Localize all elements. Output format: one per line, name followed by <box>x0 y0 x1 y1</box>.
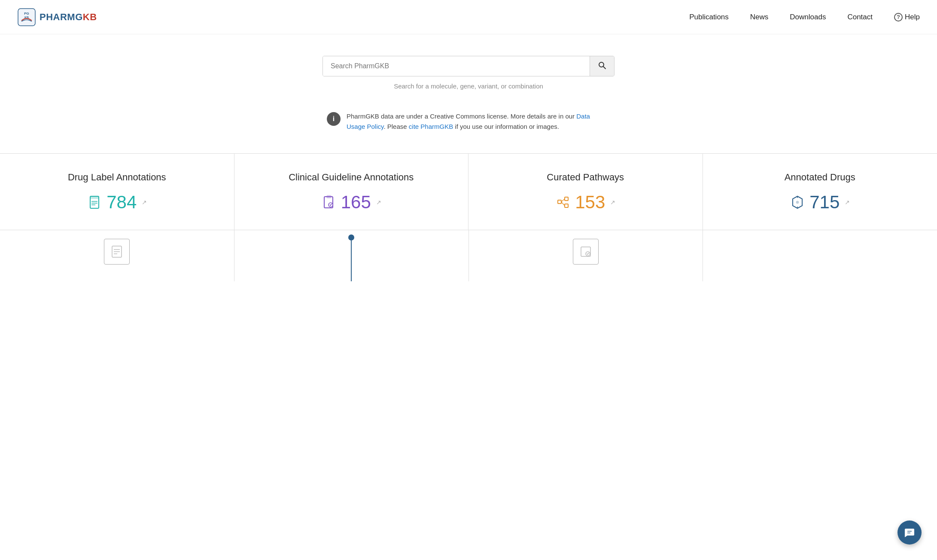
stat-drug-label-arrow: ↗ <box>142 199 147 206</box>
search-icon <box>598 61 606 70</box>
nav-contact[interactable]: Contact <box>847 13 873 21</box>
search-section: Search for a molecule, gene, variant, or… <box>0 34 937 98</box>
drug-label-icon <box>87 195 102 210</box>
info-icon: i <box>327 112 341 126</box>
bottom-preview <box>0 230 937 281</box>
stat-drug-label-title: Drug Label Annotations <box>68 171 166 184</box>
stat-drugs-number: 715 <box>809 192 840 213</box>
info-text: PharmGKB data are under a Creative Commo… <box>347 111 610 132</box>
bottom-preview-item-4 <box>703 230 937 281</box>
stat-drugs-value-row: 715↗ <box>790 192 850 213</box>
nav-downloads[interactable]: Downloads <box>790 13 826 21</box>
stat-guideline[interactable]: Clinical Guideline Annotations 165↗ <box>234 154 469 230</box>
bottom-preview-item-1 <box>0 230 234 281</box>
stat-drug-label-value-row: 784↗ <box>87 192 147 213</box>
main-nav: Publications News Downloads Contact ? He… <box>689 13 920 21</box>
logo-link[interactable]: PG KB PHARMGKB <box>17 8 97 27</box>
svg-rect-15 <box>565 204 568 207</box>
nav-publications[interactable]: Publications <box>689 13 729 21</box>
center-dot <box>348 234 354 240</box>
search-hint: Search for a molecule, gene, variant, or… <box>394 82 543 90</box>
help-circle-icon: ? <box>894 13 903 21</box>
stat-guideline-number: 165 <box>341 192 371 213</box>
header: PG KB PHARMGKB Publications News Downloa… <box>0 0 937 34</box>
svg-text:PG: PG <box>24 12 29 15</box>
stat-drugs[interactable]: Annotated Drugs 715↗ <box>703 154 937 230</box>
svg-line-17 <box>561 202 565 206</box>
stat-pathways-arrow: ↗ <box>610 199 615 206</box>
svg-rect-13 <box>558 200 561 204</box>
svg-point-19 <box>796 201 799 204</box>
center-line <box>351 240 352 281</box>
svg-rect-11 <box>327 195 331 198</box>
stat-pathways-number: 153 <box>575 192 605 213</box>
logo-icon: PG KB <box>17 8 36 27</box>
pathway-icon <box>555 195 571 210</box>
search-bar <box>322 56 615 76</box>
brand-name: PHARMGKB <box>40 12 97 23</box>
molecule-icon <box>790 195 805 210</box>
svg-line-16 <box>561 199 565 202</box>
search-input[interactable] <box>323 56 590 76</box>
guideline-icon <box>321 195 337 210</box>
search-button[interactable] <box>590 56 614 76</box>
bottom-preview-item-3 <box>469 230 703 281</box>
cite-pharmgkb-link[interactable]: cite PharmGKB <box>409 123 453 130</box>
preview-doc-icon <box>110 245 123 258</box>
stat-drugs-arrow: ↗ <box>845 199 850 206</box>
stat-guideline-value-row: 165↗ <box>321 192 381 213</box>
svg-rect-14 <box>565 197 568 201</box>
stat-drug-label-number: 784 <box>106 192 137 213</box>
stat-drugs-title: Annotated Drugs <box>785 171 855 184</box>
stat-pathways-value-row: 153↗ <box>555 192 615 213</box>
stat-drug-label[interactable]: Drug Label Annotations 784↗ <box>0 154 234 230</box>
nav-help[interactable]: ? Help <box>894 13 920 21</box>
stat-pathways-title: Curated Pathways <box>547 171 624 184</box>
preview-icon-box-3 <box>573 239 599 265</box>
stat-guideline-title: Clinical Guideline Annotations <box>289 171 414 184</box>
info-banner: i PharmGKB data are under a Creative Com… <box>318 111 619 132</box>
nav-news[interactable]: News <box>750 13 769 21</box>
stat-guideline-arrow: ↗ <box>376 199 381 206</box>
stats-grid: Drug Label Annotations 784↗ Clinical Gui… <box>0 153 937 230</box>
preview-icon-box-1 <box>104 239 130 265</box>
bottom-preview-center <box>234 230 469 281</box>
preview-clipboard-icon <box>579 245 592 258</box>
stat-pathways[interactable]: Curated Pathways 153↗ <box>468 154 703 230</box>
svg-line-4 <box>603 67 605 69</box>
svg-rect-6 <box>90 196 99 199</box>
